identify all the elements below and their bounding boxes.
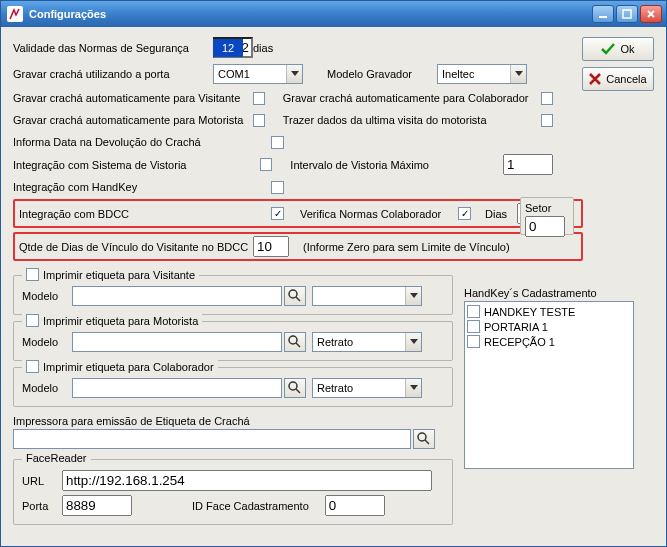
auto-motorista-checkbox[interactable] bbox=[253, 114, 265, 127]
etiqueta-visitante-checkbox[interactable] bbox=[26, 268, 39, 281]
etiqueta-colaborador-label: Imprimir etiqueta para Colaborador bbox=[43, 361, 214, 373]
verifica-normas-label: Verifica Normas Colaborador bbox=[300, 208, 458, 220]
validade-suffix: dias bbox=[253, 42, 273, 54]
app-icon bbox=[7, 6, 23, 22]
handkey-item-label: RECEPÇÃO 1 bbox=[484, 336, 555, 348]
modelo-label: Modelo bbox=[22, 336, 72, 348]
integ-bdcc-label: Integração com BDCC bbox=[19, 208, 271, 220]
etiqueta-motorista-checkbox[interactable] bbox=[26, 314, 39, 327]
motorista-orient-value: Retrato bbox=[313, 336, 405, 348]
check-icon bbox=[601, 43, 615, 55]
list-item: HANDKEY TESTE bbox=[467, 304, 631, 319]
motorista-modelo-combo[interactable] bbox=[72, 332, 282, 352]
motorista-orient-combo[interactable]: Retrato bbox=[312, 332, 422, 352]
handkey-item-label: PORTARIA 1 bbox=[484, 321, 548, 333]
chevron-down-icon bbox=[405, 287, 421, 305]
integ-vistoria-checkbox[interactable] bbox=[260, 158, 273, 171]
handkey-item-checkbox[interactable] bbox=[467, 320, 480, 333]
handkey-item-checkbox[interactable] bbox=[467, 305, 480, 318]
intervalo-vistoria-input[interactable] bbox=[503, 154, 553, 175]
trazer-dados-checkbox[interactable] bbox=[541, 114, 553, 127]
auto-visitante-checkbox[interactable] bbox=[253, 92, 265, 105]
chevron-down-icon bbox=[286, 65, 302, 83]
facereader-url-label: URL bbox=[22, 475, 62, 487]
colab-modelo-combo[interactable] bbox=[72, 378, 282, 398]
validade-input[interactable] bbox=[213, 37, 253, 58]
etiqueta-visitante-label: Imprimir etiqueta para Visitante bbox=[43, 269, 195, 281]
facereader-idface-label: ID Face Cadastramento bbox=[192, 500, 309, 512]
intervalo-vistoria-label: Intervalo de Vistoria Máximo bbox=[290, 159, 453, 171]
auto-visitante-label: Gravar crachá automaticamente para Visit… bbox=[13, 92, 253, 104]
search-icon bbox=[288, 381, 302, 395]
maximize-button[interactable] bbox=[616, 5, 638, 23]
cancel-button[interactable]: Cancela bbox=[582, 67, 654, 91]
modelo-gravador-value: Ineltec bbox=[438, 68, 510, 80]
dias-label: Dias bbox=[485, 208, 507, 220]
handkey-listbox[interactable]: HANDKEY TESTE PORTARIA 1 RECEPÇÃO 1 bbox=[464, 301, 634, 469]
trazer-dados-label: Trazer dados da ultima visita do motoris… bbox=[283, 114, 541, 126]
svg-point-2 bbox=[289, 290, 297, 298]
integ-handkey-checkbox[interactable] bbox=[271, 181, 284, 194]
motorista-search-button[interactable] bbox=[284, 332, 306, 352]
visitante-search-button[interactable] bbox=[284, 286, 306, 306]
porta-combo[interactable]: COM1 bbox=[213, 64, 303, 84]
modelo-label: Modelo bbox=[22, 290, 72, 302]
search-icon bbox=[417, 432, 431, 446]
auto-colab-checkbox[interactable] bbox=[541, 92, 553, 105]
verifica-normas-checkbox[interactable]: ✓ bbox=[458, 207, 471, 220]
facereader-porta-input[interactable] bbox=[62, 495, 132, 516]
facereader-url-input[interactable] bbox=[62, 470, 432, 491]
bdcc-qtde-hint: (Informe Zero para sem Limite de Vínculo… bbox=[303, 241, 510, 253]
chevron-down-icon bbox=[510, 65, 526, 83]
handkey-title: HandKey´s Cadastramento bbox=[464, 287, 634, 299]
handkey-item-label: HANDKEY TESTE bbox=[484, 306, 575, 318]
modelo-label: Modelo bbox=[22, 382, 72, 394]
visitante-modelo-combo[interactable] bbox=[72, 286, 282, 306]
integ-bdcc-checkbox[interactable]: ✓ bbox=[271, 207, 284, 220]
validade-label: Validade das Normas de Segurança bbox=[13, 42, 213, 54]
setor-label: Setor bbox=[525, 202, 569, 214]
colab-orient-combo[interactable]: Retrato bbox=[312, 378, 422, 398]
bdcc-qtde-label: Qtde de Dias de Vínculo do Visitante no … bbox=[19, 241, 253, 253]
impressora-search-button[interactable] bbox=[413, 429, 435, 449]
visitante-orient-combo[interactable] bbox=[312, 286, 422, 306]
impressora-combo[interactable] bbox=[13, 429, 411, 449]
x-icon bbox=[589, 73, 601, 85]
colab-search-button[interactable] bbox=[284, 378, 306, 398]
auto-motorista-label: Gravar crachá automaticamente para Motor… bbox=[13, 114, 253, 126]
modelo-gravador-label: Modelo Gravador bbox=[327, 68, 437, 80]
svg-point-5 bbox=[418, 433, 426, 441]
bdcc-qtde-input[interactable] bbox=[253, 236, 289, 257]
etiqueta-colaborador-checkbox[interactable] bbox=[26, 360, 39, 373]
impressora-label: Impressora para emissão de Etiqueta de C… bbox=[13, 415, 453, 427]
porta-label: Gravar crachá utilizando a porta bbox=[13, 68, 213, 80]
modelo-gravador-combo[interactable]: Ineltec bbox=[437, 64, 527, 84]
close-button[interactable] bbox=[640, 5, 662, 23]
window-title: Configurações bbox=[29, 8, 592, 20]
integ-handkey-label: Integração com HandKey bbox=[13, 181, 271, 193]
svg-rect-0 bbox=[599, 16, 607, 18]
facereader-idface-input[interactable] bbox=[325, 495, 385, 516]
svg-point-4 bbox=[289, 382, 297, 390]
list-item: PORTARIA 1 bbox=[467, 319, 631, 334]
facereader-porta-label: Porta bbox=[22, 500, 62, 512]
list-item: RECEPÇÃO 1 bbox=[467, 334, 631, 349]
svg-rect-1 bbox=[623, 10, 631, 18]
informa-data-checkbox[interactable] bbox=[271, 136, 284, 149]
minimize-button[interactable] bbox=[592, 5, 614, 23]
colab-orient-value: Retrato bbox=[313, 382, 405, 394]
porta-value: COM1 bbox=[214, 68, 286, 80]
cancel-label: Cancela bbox=[606, 73, 646, 85]
chevron-down-icon bbox=[405, 333, 421, 351]
etiqueta-motorista-label: Imprimir etiqueta para Motorista bbox=[43, 315, 198, 327]
search-icon bbox=[288, 335, 302, 349]
informa-data-label: Informa Data na Devolução do Crachá bbox=[13, 136, 271, 148]
ok-button[interactable]: Ok bbox=[582, 37, 654, 61]
chevron-down-icon bbox=[405, 379, 421, 397]
auto-colab-label: Gravar crachá automaticamente para Colab… bbox=[283, 92, 541, 104]
setor-input[interactable] bbox=[525, 216, 565, 237]
integ-vistoria-label: Integração com Sistema de Vistoria bbox=[13, 159, 260, 171]
handkey-item-checkbox[interactable] bbox=[467, 335, 480, 348]
ok-label: Ok bbox=[620, 43, 634, 55]
facereader-title: FaceReader bbox=[22, 452, 91, 464]
